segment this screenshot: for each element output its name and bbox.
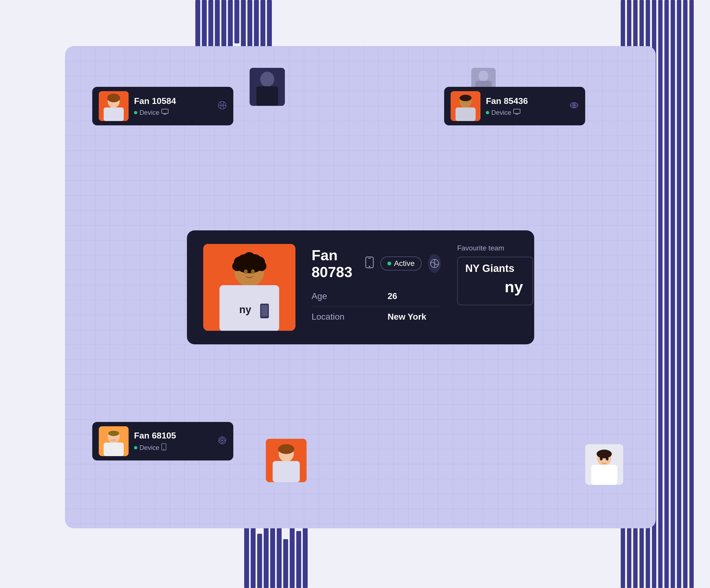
fan3-name: Fan 68105 — [134, 431, 212, 441]
svg-point-1 — [260, 72, 274, 87]
floating-avatar-bottom-right — [585, 444, 623, 485]
fan1-device-icon — [161, 109, 168, 116]
svg-rect-44 — [261, 305, 268, 316]
stat-row-age: Age 26 — [312, 291, 441, 306]
svg-point-55 — [111, 439, 117, 442]
active-badge: Active — [380, 256, 422, 271]
location-label: Location — [312, 312, 366, 322]
svg-point-37 — [232, 261, 242, 271]
svg-rect-10 — [162, 109, 168, 113]
svg-rect-67 — [273, 461, 300, 482]
svg-point-39 — [244, 269, 248, 274]
age-value: 26 — [388, 291, 398, 301]
svg-point-72 — [597, 450, 612, 458]
svg-point-74 — [606, 457, 609, 461]
fan1-device-label: Device — [139, 109, 159, 116]
fan1-avatar — [99, 91, 128, 121]
fan2-info: Fan 85436 Device — [486, 96, 564, 116]
fan2-device-icon — [513, 109, 520, 116]
location-value: New York — [388, 312, 426, 322]
fan3-device: Device — [134, 443, 212, 452]
fan3-device-icon — [161, 443, 166, 452]
fan2-avatar — [451, 91, 480, 121]
fan-card-3[interactable]: Fan 68105 Device — [92, 422, 233, 461]
svg-point-38 — [257, 261, 266, 271]
active-status-text: Active — [394, 259, 415, 268]
fan2-sport-icon — [569, 101, 579, 112]
fan1-device: Device — [134, 109, 212, 116]
svg-point-18 — [459, 95, 472, 101]
svg-rect-53 — [104, 443, 124, 456]
favourite-team-panel: Favourite team NY Giants ny — [457, 244, 533, 305]
svg-point-54 — [108, 431, 119, 436]
fan3-sport-icon — [218, 436, 227, 447]
fan3-status-dot — [134, 446, 137, 449]
favourite-team-label: Favourite team — [457, 244, 504, 252]
detail-sport-icon-btn[interactable] — [428, 254, 441, 273]
svg-point-73 — [600, 457, 602, 461]
svg-point-9 — [107, 94, 120, 102]
svg-point-40 — [251, 269, 255, 274]
svg-text:ny: ny — [239, 304, 251, 315]
fan2-name: Fan 85436 — [486, 96, 564, 106]
main-container: Fan 10584 Device — [65, 46, 656, 528]
svg-point-57 — [164, 449, 164, 450]
detail-device-icon — [365, 256, 374, 271]
svg-point-68 — [278, 444, 294, 454]
team-box: NY Giants ny — [457, 257, 533, 305]
fan1-sport-icon — [218, 101, 227, 112]
fan-card-1[interactable]: Fan 10584 Device — [92, 87, 233, 125]
svg-rect-19 — [514, 109, 520, 113]
fan3-device-label: Device — [139, 444, 159, 451]
fan2-device-label: Device — [491, 109, 511, 116]
svg-rect-71 — [591, 465, 617, 485]
fan1-name: Fan 10584 — [134, 96, 212, 106]
fan1-status-dot — [134, 111, 137, 114]
fan-detail-card: ny Fan 80783 Active — [187, 230, 534, 344]
fan2-status-dot — [486, 111, 489, 114]
svg-point-60 — [221, 440, 223, 441]
floating-avatar-bottom-center — [266, 439, 307, 482]
team-logo: ny — [503, 277, 525, 299]
svg-rect-17 — [455, 108, 476, 121]
age-label: Age — [312, 291, 366, 301]
svg-rect-8 — [104, 108, 124, 121]
fan-card-2[interactable]: Fan 85436 Device — [444, 87, 585, 125]
fan3-avatar — [99, 426, 128, 456]
detail-avatar: ny — [203, 244, 295, 331]
svg-rect-2 — [256, 86, 278, 106]
detail-header: Fan 80783 Active — [312, 246, 441, 280]
fan3-info: Fan 68105 Device — [134, 431, 212, 452]
fan1-info: Fan 10584 Device — [134, 96, 212, 116]
content-area: Fan 10584 Device — [81, 63, 639, 512]
fan2-device: Device — [486, 109, 564, 116]
detail-stats: Age 26 Location New York — [312, 291, 441, 327]
svg-point-4 — [479, 71, 488, 81]
svg-text:ny: ny — [505, 278, 523, 296]
svg-point-46 — [369, 266, 370, 267]
team-name: NY Giants — [465, 263, 514, 274]
active-status-dot — [387, 262, 391, 265]
detail-fan-name: Fan 80783 — [312, 246, 359, 280]
detail-info: Fan 80783 Active — [312, 244, 441, 327]
floating-avatar-top-center — [250, 68, 285, 106]
stat-row-location: Location New York — [312, 312, 441, 327]
